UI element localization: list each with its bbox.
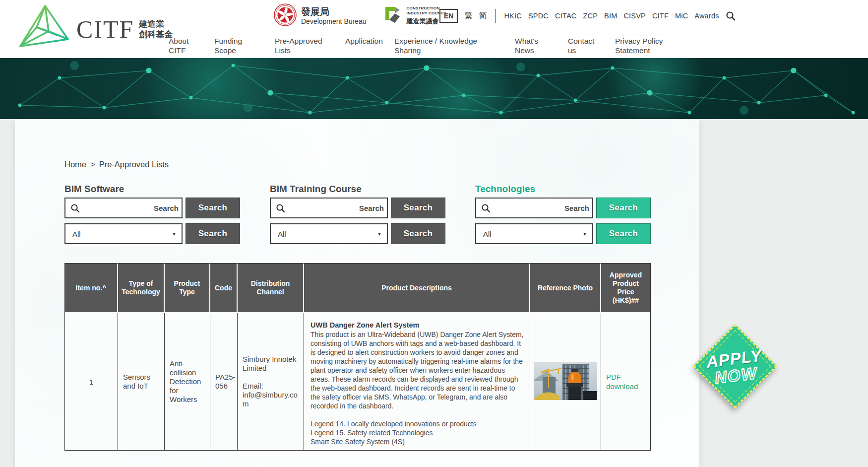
filter-bim-software: BIM Software Search All ▾ Search xyxy=(64,119,270,248)
quicklink-spdc[interactable]: SPDC xyxy=(528,12,549,20)
technologies-search-box xyxy=(475,198,593,218)
technologies-category-dropdown[interactable]: All ▾ xyxy=(475,223,593,244)
bim-software-category-dropdown[interactable]: All ▾ xyxy=(64,223,183,244)
distributor-email: Email: info@simbury.com xyxy=(243,382,300,408)
cell-product-descriptions: UWB Danger Zone Alert System This produc… xyxy=(304,313,530,450)
product-legends: Legend 14. Locally developed innovations… xyxy=(310,419,524,446)
quicklink-zcp[interactable]: ZCP xyxy=(583,12,598,20)
distributor-name: Simbury Innotek Limited xyxy=(243,355,300,373)
nav-application[interactable]: Application xyxy=(345,36,383,46)
search-icon[interactable] xyxy=(726,11,736,21)
nav-about-citf[interactable]: AboutCITF xyxy=(169,36,189,55)
filter-bim-training-course: BIM Training Course Search All ▾ Search xyxy=(270,119,475,248)
cic-cube-icon xyxy=(381,4,402,27)
dev-bureau-chinese: 發展局 xyxy=(301,6,367,17)
content-panel: Home>Pre-Approved Lists BIM Software Sea… xyxy=(15,119,699,467)
bim-software-search-box xyxy=(64,198,183,218)
nav-funding-scope[interactable]: FundingScope xyxy=(214,36,242,55)
filter-title: Technologies xyxy=(475,184,535,195)
cell-code: PA25-056 xyxy=(210,313,238,450)
bim-software-dropdown-search-button[interactable]: Search xyxy=(186,223,240,244)
quicklink-cisvp[interactable]: CISVP xyxy=(623,12,646,20)
search-icon xyxy=(70,203,80,213)
utility-divider xyxy=(495,9,496,23)
cic-logo[interactable]: CONSTRUCTION INDUSTRY COUNCIL 建造業議會 xyxy=(381,4,447,27)
bim-software-search-input[interactable] xyxy=(80,204,185,212)
nav-contact-us[interactable]: Contactus xyxy=(568,36,594,55)
hero-banner-image xyxy=(0,58,868,119)
pdf-download-link[interactable]: PDF download xyxy=(606,372,641,391)
preapproved-table: Item no.^ Type of Technology Product Typ… xyxy=(64,263,651,451)
cell-type-of-technology: Sensors and IoT xyxy=(118,313,165,450)
technologies-search-input[interactable] xyxy=(491,204,595,212)
utility-nav: EN 繁 简 HKIC SPDC CITAC ZCP BIM CISVP CIT… xyxy=(439,8,736,24)
cell-distribution-channel: Simbury Innotek Limited Email: info@simb… xyxy=(238,313,304,450)
quicklink-awards[interactable]: Awards xyxy=(694,12,719,20)
search-icon xyxy=(276,203,285,213)
product-description-body: This product is an Ultra-Wideband (UWB) … xyxy=(310,330,524,410)
reference-photo-image xyxy=(534,362,597,401)
cell-approved-product-price: PDF download xyxy=(601,313,650,450)
dropdown-selected-value: All xyxy=(278,230,378,238)
chevron-down-icon: ▾ xyxy=(378,230,381,237)
column-header-product-descriptions: Product Descriptions xyxy=(304,264,530,313)
column-header-type-of-technology: Type of Technology xyxy=(118,264,165,313)
cell-item-no: 1 xyxy=(65,313,118,450)
bim-training-dropdown-search-button[interactable]: Search xyxy=(391,223,445,244)
dropdown-selected-value: All xyxy=(483,230,583,238)
nav-whats-news[interactable]: What'sNews xyxy=(515,36,538,55)
column-header-code: Code xyxy=(210,264,238,313)
filter-technologies: Technologies Search All ▾ Search xyxy=(475,119,681,248)
product-title: UWB Danger Zone Alert System xyxy=(310,321,524,330)
nav-privacy-policy[interactable]: Privacy PolicyStatement xyxy=(615,36,663,55)
column-header-product-type: Product Type xyxy=(165,264,210,313)
quicklink-hkic[interactable]: HKIC xyxy=(504,12,521,20)
lang-simplified-chinese-button[interactable]: 简 xyxy=(479,11,487,21)
hk-emblem-icon xyxy=(274,3,297,28)
bim-training-search-box xyxy=(270,198,388,218)
top-bar: CITF 建造業 創科基金 xyxy=(0,0,868,58)
bim-training-category-dropdown[interactable]: All ▾ xyxy=(270,223,388,244)
bim-software-search-button[interactable]: Search xyxy=(186,198,240,218)
quicklink-citf[interactable]: CITF xyxy=(652,12,669,20)
nav-pre-approved-lists[interactable]: Pre-ApprovedLists xyxy=(275,36,322,55)
technologies-search-button[interactable]: Search xyxy=(596,198,651,218)
search-icon xyxy=(481,203,491,213)
cell-product-type: Anti-collision Detection for Workers xyxy=(165,313,210,450)
chevron-down-icon: ▾ xyxy=(173,230,176,237)
citf-wordmark: CITF xyxy=(76,15,134,44)
table-row: 1 Sensors and IoT Anti-collision Detecti… xyxy=(65,313,650,450)
chevron-down-icon: ▾ xyxy=(583,230,586,237)
column-header-distribution-channel: Distribution Channel xyxy=(238,264,304,313)
filter-title: BIM Training Course xyxy=(270,184,362,195)
lang-en-button[interactable]: EN xyxy=(439,9,458,23)
dev-bureau-english: Development Bureau xyxy=(301,17,367,25)
column-header-item-no: Item no.^ xyxy=(65,264,118,313)
quicklink-citac[interactable]: CITAC xyxy=(555,12,576,20)
main-nav-divider xyxy=(171,35,701,35)
bim-training-search-button[interactable]: Search xyxy=(391,198,445,218)
filter-title: BIM Software xyxy=(64,184,124,195)
column-header-approved-product-price: Approved Product Price (HK$)## xyxy=(601,264,650,313)
column-header-reference-photo: Reference Photo xyxy=(530,264,601,313)
nav-experience-knowledge-sharing[interactable]: Experience / KnowledgeSharing xyxy=(394,36,477,55)
citf-triangle-icon xyxy=(18,3,69,55)
table-header-row: Item no.^ Type of Technology Product Typ… xyxy=(65,264,650,313)
technologies-dropdown-search-button[interactable]: Search xyxy=(596,223,651,244)
quicklink-mic[interactable]: MiC xyxy=(675,12,688,20)
bim-training-search-input[interactable] xyxy=(285,204,390,212)
apply-now-badge[interactable]: APPLY NOW xyxy=(692,325,778,410)
lang-traditional-chinese-button[interactable]: 繁 xyxy=(464,11,472,21)
dropdown-selected-value: All xyxy=(72,230,173,238)
citf-chinese-name: 建造業 創科基金 xyxy=(139,19,173,40)
citf-logo[interactable]: CITF 建造業 創科基金 xyxy=(18,2,173,57)
cell-reference-photo xyxy=(530,313,601,450)
development-bureau-logo[interactable]: 發展局 Development Bureau xyxy=(274,3,367,28)
quicklink-bim[interactable]: BIM xyxy=(604,12,617,20)
